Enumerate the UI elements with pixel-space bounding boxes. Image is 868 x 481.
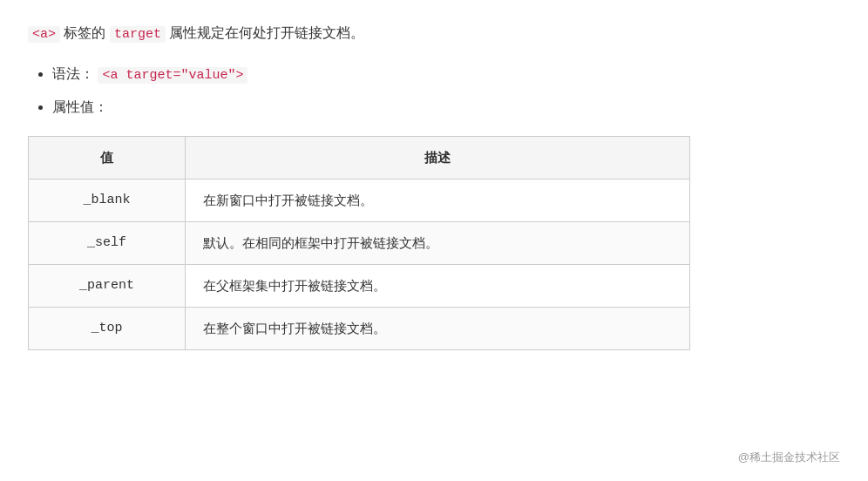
table-row: _self 默认。在相同的框架中打开被链接文档。 bbox=[29, 222, 690, 265]
intro-text-suffix: 属性规定在何处打开链接文档。 bbox=[166, 25, 364, 40]
intro-paragraph: <a> 标签的 target 属性规定在何处打开链接文档。 bbox=[28, 21, 840, 46]
syntax-code: <a target="value"> bbox=[98, 67, 248, 84]
bullet-attrs: 属性值： bbox=[52, 95, 840, 119]
cell-desc-blank: 在新窗口中打开被链接文档。 bbox=[185, 180, 689, 222]
col-header-value: 值 bbox=[29, 137, 186, 180]
attributes-table: 值 描述 _blank 在新窗口中打开被链接文档。 _self 默认。在相同的框… bbox=[28, 136, 690, 350]
intro-text-main: 标签的 bbox=[60, 25, 110, 40]
bullet-list: 语法： <a target="value"> 属性值： bbox=[28, 62, 840, 119]
col-header-desc: 描述 bbox=[185, 137, 689, 180]
cell-value-top: _top bbox=[29, 308, 186, 350]
table-row: _parent 在父框架集中打开被链接文档。 bbox=[29, 265, 690, 308]
table-row: _blank 在新窗口中打开被链接文档。 bbox=[29, 180, 690, 222]
bullet-attrs-label: 属性值： bbox=[52, 99, 108, 114]
cell-desc-top: 在整个窗口中打开被链接文档。 bbox=[185, 308, 689, 350]
cell-desc-self: 默认。在相同的框架中打开被链接文档。 bbox=[185, 222, 689, 265]
cell-desc-parent: 在父框架集中打开被链接文档。 bbox=[185, 265, 689, 308]
table-header-row: 值 描述 bbox=[29, 137, 690, 180]
table-row: _top 在整个窗口中打开被链接文档。 bbox=[29, 308, 690, 350]
watermark: @稀土掘金技术社区 bbox=[738, 450, 840, 465]
cell-value-blank: _blank bbox=[29, 180, 186, 222]
attr-code: target bbox=[110, 26, 166, 43]
tag-code: <a> bbox=[28, 26, 60, 43]
bullet-syntax: 语法： <a target="value"> bbox=[52, 62, 840, 87]
cell-value-parent: _parent bbox=[29, 265, 186, 308]
cell-value-self: _self bbox=[29, 222, 186, 265]
bullet-syntax-label: 语法： bbox=[52, 66, 94, 81]
